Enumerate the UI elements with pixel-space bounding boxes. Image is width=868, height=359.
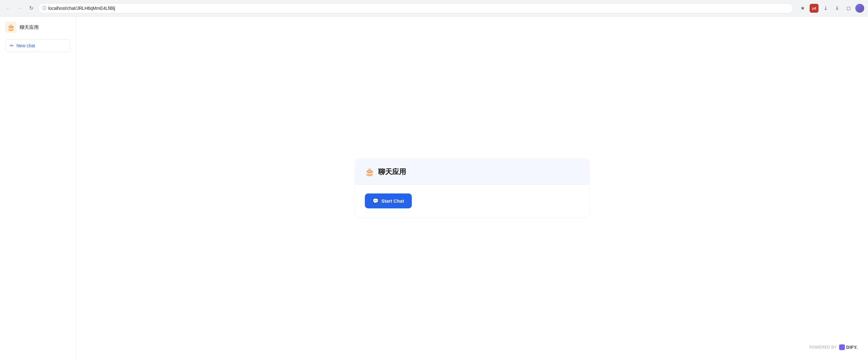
security-icon: ⓘ [42,5,46,11]
url-text: localhost/chat/JRLH6qMmE4LfiBlj [48,6,789,11]
sidebar-app-icon: 🎂 [5,22,17,33]
new-chat-icon: ✏ [10,43,14,48]
back-button[interactable]: ← [4,4,13,13]
chat-card-body: 💬 Start Chat [355,185,589,217]
powered-by: POWERED BY Dify. [809,345,858,350]
new-chat-label: New chat [17,43,35,48]
app-container: 🎂 聊天应用 ✏ New chat 🎂 聊天应用 💬 Start Chat P [0,17,868,359]
start-chat-button[interactable]: 💬 Start Chat [365,193,412,208]
start-chat-icon: 💬 [372,198,379,204]
browser-actions: ★ yd ⤓ ⇓ ◻ [798,4,864,13]
forward-button[interactable]: → [15,4,24,13]
browser-chrome: ← → ↻ ⓘ localhost/chat/JRLH6qMmE4LfiBlj … [0,0,868,17]
sidebar-app-title: 聊天应用 [20,25,39,30]
sidebar: 🎂 聊天应用 ✏ New chat [0,17,76,359]
bookmark-button[interactable]: ★ [798,4,807,13]
chat-card-header: 🎂 聊天应用 [355,158,589,185]
dify-logo-icon [839,345,845,350]
dify-logo: Dify. [839,345,858,350]
yd-extension-button[interactable]: yd [810,4,818,13]
chat-card-icon: 🎂 [365,167,374,176]
reload-button[interactable]: ↻ [27,4,35,13]
extension-button-2[interactable]: ⤓ [821,4,830,13]
download-button[interactable]: ⇓ [833,4,841,13]
profile-avatar[interactable] [855,4,864,13]
start-chat-label: Start Chat [381,198,404,204]
powered-by-label: POWERED BY [809,345,837,350]
sidebar-header: 🎂 聊天应用 [5,22,71,33]
extensions-button[interactable]: ◻ [844,4,853,13]
new-chat-button[interactable]: ✏ New chat [5,39,71,52]
dify-logo-text: Dify. [846,345,858,350]
chat-card-title: 聊天应用 [378,167,406,177]
chat-card: 🎂 聊天应用 💬 Start Chat [355,158,589,217]
address-bar[interactable]: ⓘ localhost/chat/JRLH6qMmE4LfiBlj [38,3,793,13]
main-content: 🎂 聊天应用 💬 Start Chat POWERED BY Dify. [76,17,868,359]
